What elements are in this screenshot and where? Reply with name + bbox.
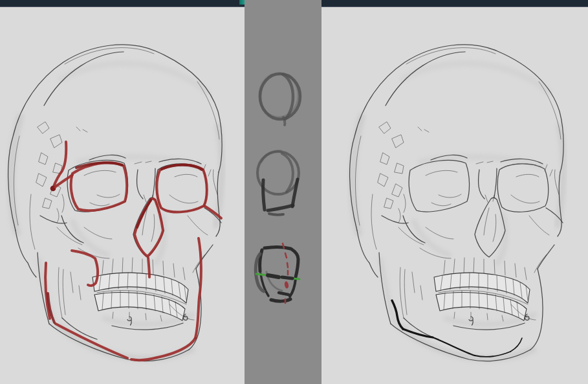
app-window bbox=[0, 0, 588, 384]
reference-panel bbox=[245, 0, 321, 384]
left-canvas-annotated-skull[interactable] bbox=[0, 7, 245, 384]
right-canvas-skull-copy[interactable] bbox=[321, 7, 588, 384]
